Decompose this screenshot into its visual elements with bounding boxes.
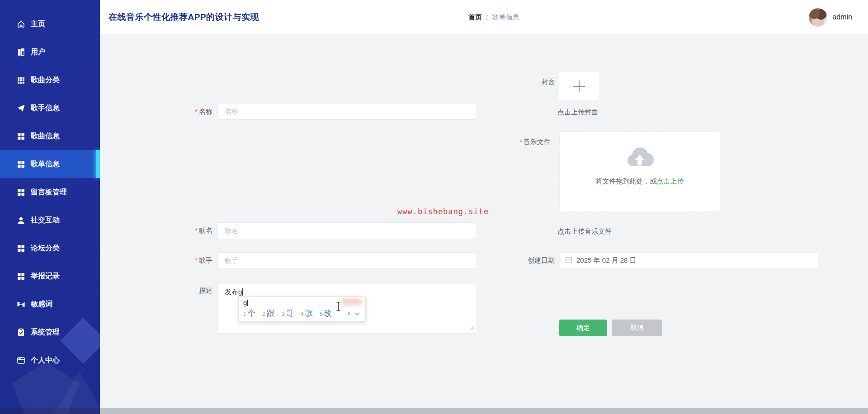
card-icon bbox=[16, 356, 25, 365]
send-icon bbox=[16, 104, 25, 113]
clipboard-check-icon bbox=[16, 328, 25, 337]
horizontal-scrollbar[interactable] bbox=[0, 408, 868, 414]
sidebar-item-users[interactable]: 用户 bbox=[0, 38, 100, 66]
sidebar-item-profile[interactable]: 个人中心 bbox=[0, 346, 100, 374]
sidebar-item-label: 用户 bbox=[31, 47, 45, 57]
singer-input[interactable] bbox=[217, 252, 476, 269]
ime-candidate-list: 1个 2跟 3哥 4歌 5改 bbox=[243, 308, 361, 319]
sidebar-item-label: 歌曲分类 bbox=[31, 75, 60, 85]
sidebar-item-forum-category[interactable]: 论坛分类 bbox=[0, 234, 100, 262]
sidebar-item-message-board[interactable]: 留言板管理 bbox=[0, 178, 100, 206]
sidebar-item-label: 留言板管理 bbox=[31, 188, 67, 197]
grid4-icon bbox=[16, 244, 25, 253]
user-icon bbox=[16, 216, 25, 225]
ime-expand-icon[interactable] bbox=[354, 312, 360, 316]
music-upload-hint: 点击上传音乐文件 bbox=[557, 227, 612, 236]
sidebar-item-social[interactable]: 社交互动 bbox=[0, 206, 100, 234]
grid4-icon bbox=[16, 160, 25, 169]
ime-candidate-2[interactable]: 2跟 bbox=[262, 308, 274, 319]
description-label: 描述 bbox=[149, 287, 212, 294]
grid4-icon bbox=[16, 132, 25, 141]
page-title: 在线音乐个性化推荐APP的设计与实现 bbox=[108, 0, 259, 34]
ime-candidate-window: g 1个 2跟 3哥 4歌 5改 bbox=[238, 296, 366, 322]
ime-candidate-5[interactable]: 5改 bbox=[320, 308, 332, 319]
sidebar-item-song-info[interactable]: 歌曲信息 bbox=[0, 122, 100, 150]
sidebar-item-sensitive-words[interactable]: 敏感词 bbox=[0, 290, 100, 318]
song-input[interactable] bbox=[217, 222, 476, 239]
ime-candidate-4[interactable]: 4歌 bbox=[301, 308, 313, 319]
breadcrumb-separator: / bbox=[486, 14, 488, 21]
song-label: *歌名 bbox=[149, 227, 212, 234]
confirm-button[interactable]: 确定 bbox=[559, 320, 607, 336]
book-icon bbox=[16, 47, 25, 56]
screen: 主页 用户 歌曲分类 歌手信息 bbox=[0, 0, 868, 414]
sidebar-menu: 主页 用户 歌曲分类 歌手信息 bbox=[0, 0, 100, 374]
sidebar-item-song-category[interactable]: 歌曲分类 bbox=[0, 66, 100, 94]
dropzone-text: 将文件拖到此处，或点击上传 bbox=[560, 177, 720, 186]
ime-candidate-3[interactable]: 3哥 bbox=[281, 308, 293, 319]
music-dropzone[interactable]: 将文件拖到此处，或点击上传 bbox=[559, 132, 720, 212]
breadcrumb: 首页 / 歌单信息 bbox=[468, 0, 519, 34]
name-input[interactable] bbox=[217, 103, 476, 120]
sidebar-item-label: 个人中心 bbox=[31, 356, 60, 365]
home-icon bbox=[16, 19, 25, 28]
username: admin bbox=[832, 13, 852, 21]
required-mark: * bbox=[519, 138, 522, 146]
create-date-label: 创建日期 bbox=[528, 257, 555, 264]
cover-upload-box[interactable] bbox=[559, 72, 599, 100]
sidebar-item-label: 歌单信息 bbox=[31, 160, 60, 169]
sidebar: 主页 用户 歌曲分类 歌手信息 bbox=[0, 0, 100, 414]
required-mark: * bbox=[195, 256, 198, 264]
create-date-value: 2025 年 02 月 28 日 bbox=[576, 256, 637, 265]
ime-smudge bbox=[342, 298, 362, 305]
sidebar-item-label: 敏感词 bbox=[31, 300, 52, 309]
name-label: *名称 bbox=[149, 108, 212, 115]
cover-label: 封面 bbox=[542, 78, 555, 85]
user-menu[interactable]: admin bbox=[809, 0, 852, 34]
sidebar-item-label: 举报记录 bbox=[31, 272, 60, 281]
cancel-button[interactable]: 取消 bbox=[612, 320, 662, 336]
sidebar-item-singer-info[interactable]: 歌手信息 bbox=[0, 94, 100, 122]
ibeam-cursor bbox=[335, 301, 341, 313]
breadcrumb-home[interactable]: 首页 bbox=[468, 13, 482, 22]
grid4-icon bbox=[16, 272, 25, 281]
description-text: 发布g bbox=[225, 288, 242, 296]
plus-icon bbox=[573, 80, 585, 93]
cover-upload-hint: 点击上传封面 bbox=[557, 108, 598, 117]
bowtie-icon bbox=[16, 300, 25, 309]
grid4-icon bbox=[16, 188, 25, 197]
resize-grip-icon[interactable] bbox=[469, 324, 474, 332]
calendar-icon bbox=[565, 256, 572, 265]
required-mark: * bbox=[195, 226, 198, 234]
sidebar-item-report-records[interactable]: 举报记录 bbox=[0, 262, 100, 290]
grid9-icon bbox=[16, 75, 25, 85]
click-upload-link[interactable]: 点击上传 bbox=[657, 177, 684, 185]
create-date-input[interactable]: 2025 年 02 月 28 日 bbox=[559, 252, 818, 269]
upload-cloud-icon bbox=[560, 146, 720, 171]
text-caret bbox=[242, 288, 243, 296]
watermark: www.bishebang.site bbox=[397, 207, 489, 216]
sidebar-item-playlist-info[interactable]: 歌单信息 bbox=[0, 150, 100, 178]
sidebar-item-label: 系统管理 bbox=[31, 328, 60, 337]
avatar[interactable] bbox=[809, 8, 827, 27]
breadcrumb-current: 歌单信息 bbox=[492, 13, 519, 22]
sidebar-item-label: 论坛分类 bbox=[31, 244, 60, 253]
sidebar-item-home[interactable]: 主页 bbox=[0, 10, 100, 38]
sidebar-item-system-management[interactable]: 系统管理 bbox=[0, 318, 100, 346]
required-mark: * bbox=[195, 108, 198, 115]
ime-next-page-icon[interactable] bbox=[347, 311, 351, 316]
ime-caret bbox=[247, 300, 248, 306]
music-file-label: *音乐文件 bbox=[519, 138, 551, 146]
ime-candidate-1[interactable]: 1个 bbox=[243, 308, 255, 319]
sidebar-item-label: 主页 bbox=[31, 19, 45, 29]
sidebar-item-label: 歌曲信息 bbox=[31, 132, 60, 141]
header: 在线音乐个性化推荐APP的设计与实现 首页 / 歌单信息 admin bbox=[100, 0, 868, 34]
sidebar-item-label: 社交互动 bbox=[31, 216, 60, 225]
sidebar-item-label: 歌手信息 bbox=[31, 104, 60, 113]
singer-label: *歌手 bbox=[149, 257, 212, 264]
